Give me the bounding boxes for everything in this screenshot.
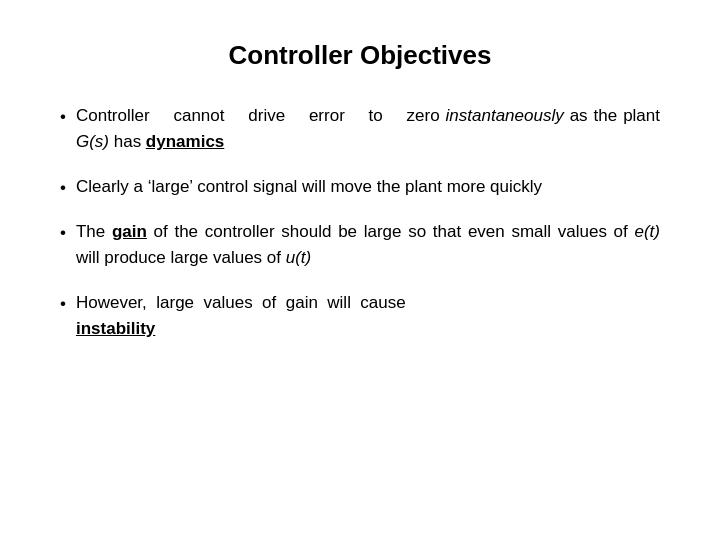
slide-title: Controller Objectives (229, 40, 492, 71)
bullet-symbol-4: • (60, 291, 66, 317)
bullet-symbol-2: • (60, 175, 66, 201)
bullet-symbol-1: • (60, 104, 66, 130)
bullet-text-3: The gain of the controller should be lar… (76, 219, 660, 272)
bullet-item-1: • Controller cannot drive error to zero … (60, 103, 660, 156)
bullet-item-4: • However, large values of gain will cau… (60, 290, 660, 343)
bullet-symbol-3: • (60, 220, 66, 246)
content-area: • Controller cannot drive error to zero … (60, 103, 660, 360)
bullet-text-1: Controller cannot drive error to zero in… (76, 103, 660, 156)
bullet-text-2: Clearly a ‘large’ control signal will mo… (76, 174, 660, 200)
bullet-item-3: • The gain of the controller should be l… (60, 219, 660, 272)
bullet-text-4: However, large values of gain will cause… (76, 290, 660, 343)
bullet-item-2: • Clearly a ‘large’ control signal will … (60, 174, 660, 201)
